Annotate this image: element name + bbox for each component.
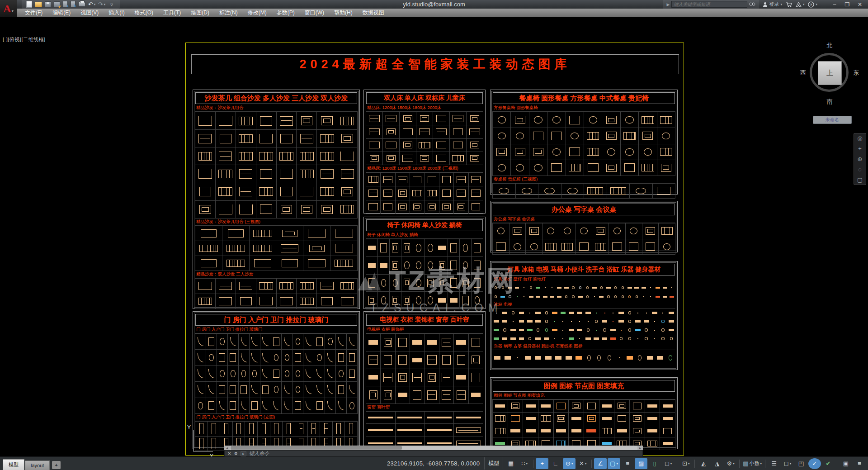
object-snap-settings-button-dropdown[interactable]: ▾ — [617, 462, 618, 465]
command-scrollbar[interactable]: ◄ ► — [224, 446, 643, 450]
polar-tracking-button-dropdown[interactable]: ▾ — [571, 462, 573, 465]
search-icon[interactable] — [749, 2, 755, 7]
menu-item-6[interactable]: 绘图(D) — [186, 9, 214, 17]
scrollbar-track[interactable] — [230, 446, 637, 450]
menu-item-3[interactable]: 插入(I) — [104, 9, 129, 17]
menu-item-5[interactable]: 工具(T) — [158, 9, 186, 17]
clean-screen-button[interactable]: ✓ — [808, 458, 821, 469]
quick-properties-button[interactable]: ☰ — [768, 458, 780, 469]
dynamic-ucs-button[interactable]: ⊡▾ — [679, 458, 692, 469]
app-store-cart-icon[interactable] — [786, 2, 792, 7]
undo-icon[interactable]: ↶▾ — [88, 1, 95, 8]
object-snap-button[interactable]: ∠ — [594, 458, 607, 469]
layout-tab[interactable]: layout — [25, 461, 50, 470]
menu-item-12[interactable]: 数据视图 — [358, 9, 389, 17]
menu-item-1[interactable]: 编辑(E) — [47, 9, 75, 17]
viewcube-south-label[interactable]: 南 — [799, 98, 860, 106]
command-prompt-text[interactable]: 键入命令 — [249, 450, 269, 457]
viewcube-top-face[interactable]: 上 — [818, 61, 842, 85]
customization-menu-button[interactable]: ≡ — [853, 458, 866, 469]
minimize-button[interactable]: – — [828, 0, 841, 8]
viewcube[interactable]: 北 西 上 东 南 — [799, 41, 860, 109]
dynamic-input-button[interactable]: + — [536, 458, 548, 469]
undo-icon-dropdown[interactable]: ▾ — [94, 3, 96, 6]
grid-display-button[interactable]: ▦ — [505, 458, 517, 469]
sign-in-dropdown-icon[interactable]: ▾ — [780, 3, 782, 6]
model-tab[interactable]: 模型 — [3, 459, 24, 470]
lock-ui-button[interactable]: ◻▾ — [781, 458, 794, 469]
ortho-mode-button[interactable]: ∟ — [549, 458, 562, 469]
menu-item-10[interactable]: 窗口(W) — [300, 9, 329, 17]
zoom-icon[interactable]: ⊕ — [858, 156, 863, 162]
transfer-icon[interactable] — [71, 1, 75, 8]
print-icon[interactable] — [78, 2, 85, 7]
save-as-icon[interactable] — [54, 1, 60, 8]
menu-item-0[interactable]: 文件(F) — [20, 9, 47, 17]
dynamic-ucs-button-dropdown[interactable]: ▾ — [688, 462, 690, 465]
open-folder-icon[interactable] — [35, 2, 42, 7]
viewcube-north-label[interactable]: 北 — [799, 42, 860, 50]
autodesk-exchange-icon[interactable]: ▾ — [796, 2, 805, 7]
new-file-icon[interactable] — [26, 1, 32, 8]
scroll-right-icon[interactable]: ► — [637, 446, 643, 450]
new-layout-tab[interactable]: + — [52, 461, 60, 469]
menu-item-8[interactable]: 修改(M) — [243, 9, 272, 17]
sign-in-button[interactable]: 登录 ▾ — [763, 1, 782, 8]
annotation-autoscale-button[interactable]: ◮ — [711, 458, 723, 469]
menu-item-11[interactable]: 帮助(H) — [329, 9, 358, 17]
lock-ui-button-dropdown[interactable]: ▾ — [790, 462, 792, 465]
3d-object-snap-button[interactable]: ◻▾ — [662, 458, 675, 469]
command-customize-icon[interactable]: ⚙ — [234, 451, 238, 456]
menu-item-4[interactable]: 格式(O) — [130, 9, 158, 17]
scroll-left-icon[interactable]: ◄ — [224, 446, 230, 450]
show-motion-icon[interactable]: ▢ — [857, 177, 863, 183]
help-icon[interactable]: ? ▾ — [808, 1, 817, 8]
menu-item-2[interactable]: 视图(V) — [75, 9, 104, 17]
search-input[interactable] — [671, 1, 747, 8]
graphics-performance-button[interactable]: ✔ — [822, 458, 835, 469]
selection-cycling-button[interactable]: ▯ — [648, 458, 661, 469]
command-line[interactable]: ✕ ⚙ ▸ 键入命令 — [224, 450, 643, 457]
annotation-scale-button[interactable]: ▥小数▾ — [742, 458, 763, 469]
menu-item-7[interactable]: 标注(N) — [214, 9, 243, 17]
scrollbar-thumb[interactable] — [231, 446, 402, 450]
polar-tracking-button[interactable]: ⊙▾ — [563, 458, 576, 469]
save-icon[interactable] — [45, 1, 51, 8]
object-snap-settings-button[interactable]: ▢▾ — [608, 458, 620, 469]
lineweight-button[interactable]: ≡ — [621, 458, 634, 469]
viewcube-east-label[interactable]: 东 — [853, 69, 859, 77]
command-close-icon[interactable]: ✕ — [227, 451, 231, 456]
close-button[interactable]: ✕ — [854, 0, 866, 8]
snap-mode-button[interactable]: ∷▾ — [518, 458, 531, 469]
isolate-objects-button[interactable]: ◰ — [795, 458, 807, 469]
snap-mode-button-dropdown[interactable]: ▾ — [526, 462, 528, 465]
qat-overflow-icon[interactable]: ▿ — [108, 1, 115, 8]
menu-item-9[interactable]: 参数(P) — [272, 9, 300, 17]
annotation-scale-button-dropdown[interactable]: ▾ — [760, 462, 762, 465]
help-dropdown-icon[interactable]: ▾ — [816, 3, 817, 6]
exchange-dropdown-icon[interactable]: ▾ — [803, 3, 805, 6]
3d-object-snap-button-dropdown[interactable]: ▾ — [670, 462, 672, 465]
autocad-logo-button[interactable]: A ▾ — [0, 0, 17, 17]
transparency-button[interactable]: ▨ — [635, 458, 647, 469]
navigation-wheel-icon[interactable]: ◎ — [857, 135, 862, 141]
orbit-icon[interactable]: ◌ — [858, 166, 862, 172]
annotation-monitor-button[interactable]: ◭ — [697, 458, 710, 469]
pan-icon[interactable]: + — [858, 146, 862, 152]
redo-icon-dropdown[interactable]: ▾ — [104, 3, 106, 6]
search-expand-icon[interactable]: ▶ — [667, 2, 670, 7]
settings-gear-button[interactable]: ⚙▾ — [724, 458, 737, 469]
ucs-unnamed-button[interactable]: 未命名 — [813, 116, 852, 124]
osnap-tracking-button[interactable]: ✕▾ — [576, 458, 589, 469]
viewcube-west-label[interactable]: 西 — [800, 69, 806, 77]
restore-button[interactable]: ❐ — [841, 0, 854, 8]
command-recent-icon[interactable]: ▸ — [241, 451, 246, 456]
osnap-tracking-button-dropdown[interactable]: ▾ — [585, 462, 587, 465]
drawing-canvas[interactable]: [-][俯视][二维线框] 2024最新超全智能家装工装动态图库 沙发茶几 组合… — [0, 17, 868, 470]
model-space-indicator[interactable]: 模型 — [484, 457, 503, 470]
upload-device-icon[interactable] — [63, 1, 68, 8]
viewport-controls-label[interactable]: [-][俯视][二维线框] — [3, 36, 46, 43]
minimize-window-button[interactable]: ▣ — [840, 458, 852, 469]
settings-gear-button-dropdown[interactable]: ▾ — [733, 462, 735, 465]
redo-icon[interactable]: ↷▾ — [98, 1, 105, 8]
